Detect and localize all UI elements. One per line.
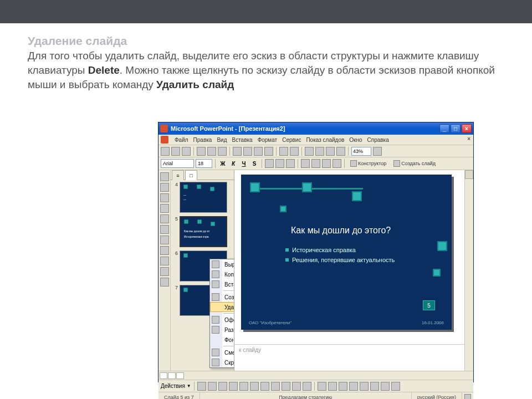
slide-heading[interactable]: Как мы дошли до этого? — [291, 226, 391, 236]
vertical-scrollbar[interactable] — [464, 170, 473, 371]
doc-close-button[interactable]: × — [467, 136, 470, 142]
tables-borders-icon[interactable] — [336, 147, 345, 156]
ctx-background[interactable]: Фон... — [210, 335, 234, 345]
increase-font-icon[interactable] — [322, 159, 331, 168]
menu-edit[interactable]: Правка — [193, 137, 212, 143]
menu-slideshow[interactable]: Показ слайдов — [306, 137, 344, 143]
undo-icon[interactable] — [279, 147, 288, 156]
chart-icon[interactable] — [305, 147, 314, 156]
menu-window[interactable]: Окно — [349, 137, 362, 143]
new-icon[interactable] — [161, 147, 170, 156]
tool-icon[interactable] — [160, 278, 169, 287]
line-icon[interactable] — [218, 382, 227, 391]
slide-editor[interactable]: Как мы дошли до этого? Историческая спра… — [234, 170, 473, 371]
arrow-style-icon[interactable] — [370, 382, 379, 391]
numbering-icon[interactable] — [301, 159, 310, 168]
autoshapes-icon[interactable] — [208, 382, 217, 391]
ctx-new-slide[interactable]: Создать слайд — [210, 292, 234, 302]
bullet-1[interactable]: Историческая справка — [285, 247, 356, 253]
save-icon[interactable] — [182, 147, 191, 156]
preview-icon[interactable] — [207, 147, 216, 156]
tool-icon[interactable] — [160, 257, 169, 265]
format-painter-icon[interactable] — [264, 147, 273, 156]
ctx-hide-slide[interactable]: Скрыть слайд — [210, 357, 234, 367]
ctx-transition[interactable]: Смена слайдов... — [210, 347, 234, 357]
wordart-icon[interactable] — [271, 382, 280, 391]
rectangle-icon[interactable] — [239, 382, 248, 391]
underline-button[interactable]: Ч — [239, 159, 248, 168]
ctx-delete-slide[interactable]: Удалить слайд — [210, 302, 234, 312]
designer-button[interactable]: Конструктор — [347, 160, 389, 167]
zoom-select[interactable]: 43% — [351, 147, 371, 156]
spelling-icon[interactable] — [218, 147, 227, 156]
slide-thumb-selected[interactable]: 5 Как мы дошли до эт Историческая спра — [172, 216, 232, 247]
redo-icon[interactable] — [290, 147, 299, 156]
align-center-icon[interactable] — [275, 159, 284, 168]
fill-color-icon[interactable] — [318, 382, 326, 391]
ctx-copy[interactable]: Копировать — [210, 269, 234, 279]
decrease-font-icon[interactable] — [332, 159, 341, 168]
close-button[interactable]: × — [462, 124, 472, 133]
table-icon[interactable] — [315, 147, 324, 156]
bullet-2[interactable]: Решения, потерявшие актуальность — [285, 257, 395, 263]
scroll-up-icon[interactable] — [465, 170, 473, 179]
menu-view[interactable]: Вид — [217, 137, 227, 143]
picture-icon[interactable] — [303, 382, 311, 391]
textbox-icon[interactable] — [260, 382, 269, 391]
bold-button[interactable]: Ж — [218, 159, 227, 168]
3d-style-icon[interactable] — [391, 382, 400, 391]
tool-icon[interactable] — [160, 172, 169, 181]
slide-thumb[interactable]: 4 —— — [172, 182, 232, 213]
line-style-icon[interactable] — [349, 382, 358, 391]
ctx-layout[interactable]: Разметка слайда... — [210, 325, 234, 335]
shadow-button[interactable]: S — [250, 159, 259, 168]
help-icon[interactable] — [373, 147, 382, 156]
ctx-design[interactable]: Оформление слайда... — [210, 315, 234, 325]
notes-pane[interactable]: к слайду — [234, 344, 464, 371]
slides-tab[interactable]: □ — [185, 170, 197, 180]
tool-icon[interactable] — [160, 225, 169, 234]
ctx-paste[interactable]: Вставить — [210, 279, 234, 289]
new-slide-button[interactable]: Создать слайд — [391, 160, 438, 167]
menu-format[interactable]: Формат — [258, 137, 278, 143]
menu-file[interactable]: Файл — [175, 137, 188, 143]
maximize-button[interactable]: □ — [451, 124, 461, 133]
menu-insert[interactable]: Вставка — [232, 137, 252, 143]
copy-icon[interactable] — [243, 147, 252, 156]
italic-button[interactable]: К — [229, 159, 238, 168]
font-color-icon[interactable] — [339, 382, 347, 391]
tool-icon[interactable] — [160, 236, 169, 244]
arrow-icon[interactable] — [229, 382, 238, 391]
open-icon[interactable] — [171, 147, 180, 156]
normal-view-button[interactable] — [160, 372, 167, 379]
current-slide[interactable]: Как мы дошли до этого? Историческая спра… — [241, 175, 452, 330]
align-left-icon[interactable] — [265, 159, 274, 168]
bullets-icon[interactable] — [311, 159, 320, 168]
titlebar[interactable]: Microsoft PowerPoint - [Презентация2] _ … — [158, 122, 473, 135]
tool-icon[interactable] — [160, 193, 169, 202]
document-icon[interactable] — [161, 136, 168, 144]
pointer-icon[interactable] — [197, 382, 206, 391]
hyperlink-icon[interactable] — [326, 147, 335, 156]
tool-icon[interactable] — [160, 267, 169, 276]
cut-icon[interactable] — [233, 147, 242, 156]
align-right-icon[interactable] — [286, 159, 295, 168]
tool-icon[interactable] — [160, 246, 169, 255]
outline-tab[interactable]: ≡ — [172, 170, 184, 180]
dash-style-icon[interactable] — [360, 382, 369, 391]
sorter-view-button[interactable] — [168, 372, 176, 379]
tool-icon[interactable] — [160, 204, 169, 213]
minimize-button[interactable]: _ — [439, 124, 449, 133]
slideshow-view-button[interactable] — [176, 372, 184, 379]
font-select[interactable]: Arial — [161, 159, 194, 168]
tool-icon[interactable] — [160, 214, 169, 223]
print-icon[interactable] — [197, 147, 206, 156]
diagram-icon[interactable] — [282, 382, 290, 391]
clipart-icon[interactable] — [292, 382, 301, 391]
menu-help[interactable]: Справка — [367, 137, 389, 143]
line-color-icon[interactable] — [328, 382, 337, 391]
actions-menu[interactable]: Действия — [161, 383, 185, 389]
menu-tools[interactable]: Сервис — [282, 137, 301, 143]
paste-icon[interactable] — [254, 147, 263, 156]
tool-icon[interactable] — [160, 183, 169, 192]
